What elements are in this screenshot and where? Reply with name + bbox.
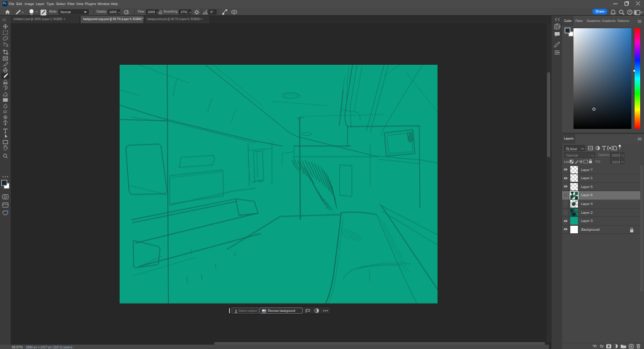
svg-text:?: ? [629,11,631,14]
svg-text:fx: fx [600,344,604,348]
